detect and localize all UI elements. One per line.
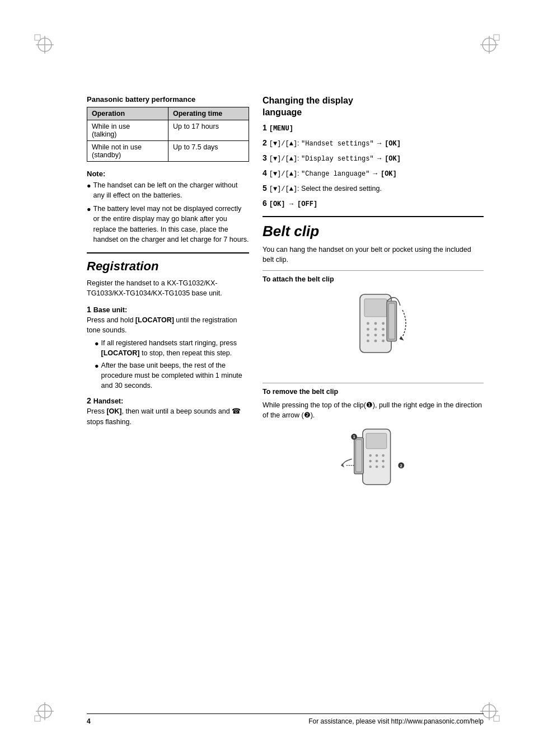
dl-step-6: 6 [OK] → [OFF] [263,198,484,209]
right-column: Changing the displaylanguage 1 [MENU] 2 … [263,95,484,503]
svg-rect-7 [494,35,499,40]
svg-point-19 [374,322,377,325]
dl-step-num: 3 [263,153,269,162]
svg-point-40 [382,460,385,463]
dl-step-5: 5 [▼]/[▲]: Select the desired setting. [263,182,484,194]
bullet-icon: ● [95,361,99,371]
svg-point-35 [369,454,372,457]
registration-title: Registration [87,259,249,274]
dl-step-text: [▼]/[▲]: "Change language" → [OK] [269,170,397,177]
note-text-2: The battery level may not be displayed c… [93,204,249,245]
belt-clip-section: Belt clip You can hang the handset on yo… [263,223,484,498]
svg-point-43 [382,466,385,468]
svg-rect-11 [35,716,40,721]
corner-mark-bl [34,700,56,722]
table-row: While not in use(standby) Up to 7.5 days [87,141,249,162]
svg-rect-31 [388,303,395,339]
footer-text: For assistance, please visit http://www.… [308,717,484,725]
note-item-2: ● The battery level may not be displayed… [87,204,249,245]
step-1-sub-2: ● After the base unit beeps, the rest of… [95,360,249,391]
dl-step-num: 1 [263,123,269,132]
step-label-2: Handset: [93,397,123,405]
svg-point-39 [375,460,378,463]
left-column: Panasonic battery performance Operation … [87,95,249,503]
note-section: Note: ● The handset can be left on the c… [87,170,249,245]
belt-clip-title: Belt clip [263,223,484,240]
svg-point-28 [374,340,377,342]
dl-step-text: [▼]/[▲]: Select the desired setting. [269,185,382,192]
svg-marker-48 [340,463,344,468]
dl-step-text: [▼]/[▲]: "Display settings" → [OK] [269,154,401,162]
dl-step-text: [MENU] [269,124,293,132]
footer: 4 For assistance, please visit http://ww… [87,713,484,725]
svg-point-18 [367,322,369,325]
svg-point-23 [382,328,385,331]
svg-point-22 [374,328,377,331]
step-label-1: Base unit: [93,306,127,314]
svg-point-20 [382,322,385,325]
dl-step-num: 6 [263,199,269,208]
step-1-sub-1: ● If all registered handsets start ringi… [95,338,249,358]
dl-step-num: 5 [263,184,269,192]
section-divider [87,252,249,253]
svg-text:2: 2 [400,463,402,468]
operation-cell: While not in use(standby) [87,141,168,162]
corner-mark-tl [34,34,56,56]
svg-rect-17 [364,299,387,317]
attach-illustration [329,288,418,377]
dl-step-text: [▼]/[▲]: "Handset settings" → [OK] [269,139,401,147]
belt-section-divider [263,216,484,217]
operation-cell: While in use(talking) [87,120,168,141]
thin-divider [263,270,484,271]
col1-header: Operation [87,107,168,120]
svg-point-24 [367,334,369,336]
step-1: 1 Base unit: Press and hold [LOCATOR] un… [87,304,249,391]
sub-text-1-1: If all registered handsets start ringing… [101,338,249,358]
col2-header: Operating time [168,107,249,120]
bullet-icon: ● [87,181,91,191]
remove-illustration: 1 2 [329,425,418,497]
note-title: Note: [87,170,249,178]
registration-section: Registration Register the handset to a K… [87,259,249,427]
time-cell: Up to 17 hours [168,120,249,141]
svg-point-25 [374,334,377,336]
note-text-1: The handset can be left on the charger w… [93,180,249,200]
thin-divider-2 [263,383,484,383]
svg-point-26 [382,334,385,336]
dl-step-2: 2 [▼]/[▲]: "Handset settings" → [OK] [263,137,484,149]
svg-rect-45 [355,440,362,472]
dl-step-4: 4 [▼]/[▲]: "Change language" → [OK] [263,167,484,179]
step-text-1: Press and hold [LOCATOR] until the regis… [87,316,237,334]
remove-text: While pressing the top of the clip(❶), p… [263,400,484,420]
note-item-1: ● The handset can be left on the charger… [87,180,249,200]
svg-point-37 [382,454,385,457]
registration-intro: Register the handset to a KX-TG1032/KX-T… [87,278,249,298]
dl-step-3: 3 [▼]/[▲]: "Display settings" → [OK] [263,152,484,164]
svg-point-41 [369,466,372,468]
display-language-section: Changing the displaylanguage 1 [MENU] 2 … [263,95,484,209]
time-cell: Up to 7.5 days [168,141,249,162]
svg-point-36 [375,454,378,457]
bullet-icon: ● [95,339,99,349]
dl-step-num: 4 [263,168,269,177]
page-number: 4 [87,717,91,725]
sub-text-1-2: After the base unit beeps, the rest of t… [101,360,249,391]
content-area: Panasonic battery performance Operation … [87,95,484,700]
step-2: 2 Handset: Press [OK], then wait until a… [87,395,249,427]
two-column-layout: Panasonic battery performance Operation … [87,95,484,503]
battery-title: Panasonic battery performance [87,95,249,104]
svg-rect-3 [35,35,40,40]
dl-step-1: 1 [MENU] [263,122,484,134]
table-row: While in use(talking) Up to 17 hours [87,120,249,141]
step-text-2: Press [OK], then wait until a beep sound… [87,407,241,425]
svg-point-27 [367,340,369,342]
svg-rect-34 [366,433,387,449]
svg-point-29 [382,340,385,342]
battery-table: Operation Operating time While in use(ta… [87,107,249,162]
remove-title: To remove the belt clip [263,388,484,396]
step-num-2: 2 [87,396,93,405]
belt-clip-intro: You can hang the handset on your belt or… [263,245,484,265]
battery-section: Panasonic battery performance Operation … [87,95,249,162]
page: Panasonic battery performance Operation … [0,0,534,756]
bullet-icon: ● [87,204,91,214]
